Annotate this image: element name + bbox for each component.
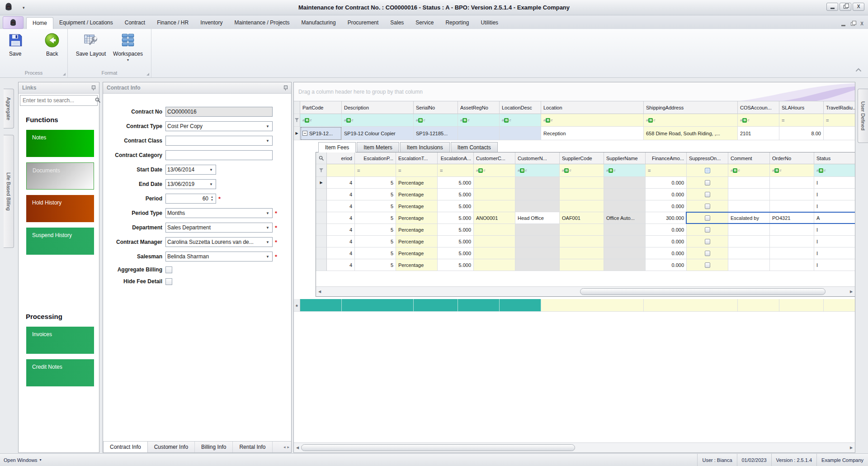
item-fees-row[interactable]: 45Percentage5.0000.000I: [316, 259, 855, 271]
doc-close-icon[interactable]: X: [860, 22, 863, 26]
cell-escalationt[interactable]: Percentage: [396, 224, 438, 236]
cell-status[interactable]: I: [814, 224, 855, 236]
scroll-left-icon[interactable]: ◀: [316, 290, 323, 294]
new-row-cell-shippingaddress[interactable]: [644, 299, 738, 312]
cell-orderno[interactable]: PO4321: [770, 212, 814, 224]
item-fees-row[interactable]: 45Percentage5.0000.000I: [316, 224, 855, 236]
cell-financeamo[interactable]: 0.000: [646, 177, 687, 189]
cell-customerc[interactable]: [474, 247, 515, 259]
filter-cell-orderno[interactable]: aBc: [770, 164, 814, 177]
cell-comment[interactable]: Escalated by: [728, 212, 770, 224]
cell-escalationt[interactable]: Percentage: [396, 259, 438, 271]
cell-escalationa[interactable]: 5.000: [438, 247, 474, 259]
notes-button[interactable]: Notes: [26, 130, 94, 157]
suppress-checkbox[interactable]: [705, 204, 710, 209]
column-header-eriod[interactable]: eriod: [327, 152, 355, 164]
cell-eriod[interactable]: 4: [327, 259, 355, 271]
scroll-right-icon[interactable]: ▶: [848, 290, 855, 294]
column-header-customerc[interactable]: CustomerC...: [474, 152, 515, 164]
column-header-suppresson[interactable]: SuppressOn...: [687, 152, 728, 164]
filter-cell-status[interactable]: aBc: [814, 164, 855, 177]
item-fees-row[interactable]: 45Percentage5.0000.000I: [316, 200, 855, 212]
cell-escalationa[interactable]: 5.000: [438, 189, 474, 200]
column-header-partcode[interactable]: PartCode: [300, 101, 342, 114]
ribbon-tab-contract[interactable]: Contract: [119, 17, 151, 29]
cell-escalationa[interactable]: 5.000: [438, 200, 474, 212]
ribbon-tab-service[interactable]: Service: [410, 17, 439, 29]
workspaces-button[interactable]: Workspaces▾: [113, 32, 143, 68]
cell-status[interactable]: I: [814, 200, 855, 212]
cell-shippingaddress[interactable]: 658 Dime Road, South Riding, ,...: [644, 127, 738, 140]
cell-escalationa[interactable]: 5.000: [438, 259, 474, 271]
department-field[interactable]: Sales Department▼: [165, 223, 273, 233]
cell-customern[interactable]: [515, 259, 560, 271]
cell-escalationa[interactable]: 5.000: [438, 212, 474, 224]
cell-eriod[interactable]: 4: [327, 236, 355, 247]
detail-hscrollbar[interactable]: ◀ ▶: [316, 286, 855, 296]
invoices-button[interactable]: Invoices: [26, 327, 94, 354]
item-fees-row[interactable]: 45Percentage5.0000.000I: [316, 236, 855, 247]
scroll-left-icon[interactable]: ◂: [283, 445, 286, 449]
new-row-cell-serialno[interactable]: [414, 299, 458, 312]
filter-cell-cosaccoun[interactable]: aBc: [738, 114, 779, 127]
contract-manager-field[interactable]: Carolina Suzzetta Lourens van de...▼: [165, 237, 273, 247]
column-header-location[interactable]: Location: [541, 101, 644, 114]
tab-billing-info[interactable]: Billing Info: [195, 442, 233, 452]
ribbon-tab-procurement[interactable]: Procurement: [342, 17, 385, 29]
contract-type-field[interactable]: Cost Per Copy▼: [165, 121, 273, 131]
cell-escalationp[interactable]: 5: [355, 247, 396, 259]
chevron-down-icon[interactable]: ▼: [264, 124, 271, 128]
filter-cell-travelradiu[interactable]: =: [824, 114, 855, 127]
filter-cell-locationdesc[interactable]: aBc: [500, 114, 541, 127]
cell-suppliername[interactable]: Office Auto...: [604, 212, 646, 224]
cell-description[interactable]: SP19-12 Colour Copier: [342, 127, 414, 140]
column-header-locationdesc[interactable]: LocationDesc: [500, 101, 541, 114]
column-header-suppliername[interactable]: SupplierName: [604, 152, 646, 164]
chevron-down-icon[interactable]: ▼: [208, 168, 214, 172]
cell-suppliercode[interactable]: [560, 189, 604, 200]
suppress-checkbox[interactable]: [705, 180, 710, 185]
cell-suppresson[interactable]: [687, 189, 728, 200]
scroll-left-icon[interactable]: ◀: [294, 446, 301, 450]
cell-eriod[interactable]: 4: [327, 189, 355, 200]
cell-comment[interactable]: [728, 189, 770, 200]
dialog-launcher-icon[interactable]: [146, 73, 149, 76]
column-header-escalationa[interactable]: EscalationA...: [438, 152, 474, 164]
filter-cell-suppliername[interactable]: aBc: [604, 164, 646, 177]
cell-financeamo[interactable]: 0.000: [646, 236, 687, 247]
dock-tab-life-based-billing[interactable]: Life Based Billing: [4, 135, 14, 248]
contract-no-field[interactable]: CO0000016: [165, 107, 273, 117]
cell-suppliercode[interactable]: [560, 247, 604, 259]
cell-customerc[interactable]: [474, 177, 515, 189]
filter-cell-eriod[interactable]: [327, 164, 355, 177]
cell-comment[interactable]: [728, 259, 770, 271]
cell-escalationp[interactable]: 5: [355, 224, 396, 236]
tab-customer-info[interactable]: Customer Info: [148, 442, 195, 452]
cell-escalationp[interactable]: 5: [355, 189, 396, 200]
column-header-financeamo[interactable]: FinanceAmo...: [646, 152, 687, 164]
cell-slahours[interactable]: 8.00: [779, 127, 824, 140]
filter-cell-location[interactable]: aBc: [541, 114, 644, 127]
cell-suppresson[interactable]: [687, 259, 728, 271]
cell-escalationt[interactable]: Percentage: [396, 200, 438, 212]
cell-customern[interactable]: [515, 224, 560, 236]
restore-button[interactable]: [840, 3, 851, 11]
cell-comment[interactable]: [728, 177, 770, 189]
quick-access-dropdown-icon[interactable]: ▾: [23, 5, 25, 10]
cell-suppresson[interactable]: [687, 224, 728, 236]
scrollbar-thumb[interactable]: [580, 288, 826, 295]
column-header-orderno[interactable]: OrderNo: [770, 152, 814, 164]
cell-escalationp[interactable]: 5: [355, 200, 396, 212]
cell-escalationt[interactable]: Percentage: [396, 212, 438, 224]
chevron-down-icon[interactable]: ▼: [208, 182, 214, 186]
cell-escalationp[interactable]: 5: [355, 259, 396, 271]
pin-icon[interactable]: [91, 85, 95, 90]
tab-contract-info[interactable]: Contract Info: [103, 442, 148, 452]
cell-eriod[interactable]: 4: [327, 224, 355, 236]
cell-partcode[interactable]: SP19-12...: [300, 127, 342, 140]
cell-customerc[interactable]: [474, 189, 515, 200]
cell-comment[interactable]: [728, 236, 770, 247]
doc-restore-icon[interactable]: [851, 22, 855, 26]
spinner-control[interactable]: ▲▼: [210, 195, 214, 202]
cell-customern[interactable]: [515, 177, 560, 189]
